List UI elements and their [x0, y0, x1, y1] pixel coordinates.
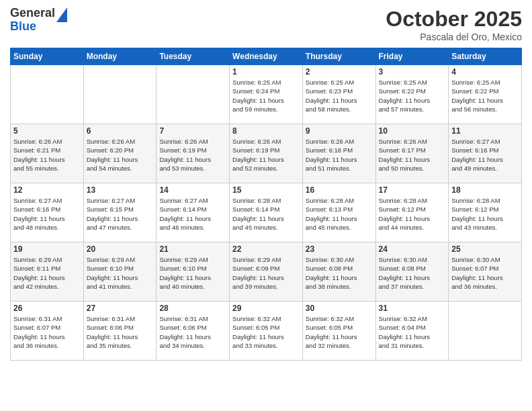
- day-number: 31: [379, 304, 446, 313]
- page: General Blue October 2025 Pascala del Or…: [0, 0, 532, 411]
- calendar-cell: 27Sunrise: 6:31 AM Sunset: 6:06 PM Dayli…: [83, 302, 157, 361]
- calendar-week-4: 19Sunrise: 6:29 AM Sunset: 6:11 PM Dayli…: [11, 242, 522, 302]
- calendar-cell: 8Sunrise: 6:26 AM Sunset: 6:19 PM Daylig…: [230, 124, 303, 183]
- calendar-cell: 11Sunrise: 6:27 AM Sunset: 6:16 PM Dayli…: [449, 124, 522, 183]
- calendar-cell: 24Sunrise: 6:30 AM Sunset: 6:08 PM Dayli…: [375, 242, 449, 302]
- day-number: 1: [232, 67, 300, 77]
- day-number: 7: [159, 126, 226, 136]
- calendar-cell: 14Sunrise: 6:27 AM Sunset: 6:14 PM Dayli…: [157, 183, 230, 242]
- calendar-cell: 25Sunrise: 6:30 AM Sunset: 6:07 PM Dayli…: [449, 242, 522, 302]
- day-info: Sunrise: 6:32 AM Sunset: 6:05 PM Dayligh…: [306, 314, 373, 350]
- day-info: Sunrise: 6:27 AM Sunset: 6:16 PM Dayligh…: [451, 137, 519, 173]
- day-info: Sunrise: 6:26 AM Sunset: 6:17 PM Dayligh…: [379, 137, 446, 173]
- day-number: 12: [13, 185, 81, 195]
- day-number: 14: [159, 185, 226, 195]
- day-info: Sunrise: 6:27 AM Sunset: 6:16 PM Dayligh…: [13, 196, 81, 232]
- calendar-cell: 17Sunrise: 6:28 AM Sunset: 6:12 PM Dayli…: [375, 183, 449, 242]
- day-number: 28: [159, 304, 226, 313]
- day-info: Sunrise: 6:28 AM Sunset: 6:13 PM Dayligh…: [306, 196, 373, 232]
- day-number: 9: [306, 126, 373, 136]
- day-info: Sunrise: 6:26 AM Sunset: 6:19 PM Dayligh…: [159, 137, 226, 173]
- day-info: Sunrise: 6:26 AM Sunset: 6:19 PM Dayligh…: [232, 137, 300, 173]
- day-info: Sunrise: 6:29 AM Sunset: 6:11 PM Dayligh…: [13, 255, 81, 291]
- calendar-cell: 22Sunrise: 6:29 AM Sunset: 6:09 PM Dayli…: [230, 242, 303, 302]
- day-number: 24: [379, 244, 446, 254]
- day-info: Sunrise: 6:31 AM Sunset: 6:07 PM Dayligh…: [13, 314, 81, 350]
- day-info: Sunrise: 6:29 AM Sunset: 6:10 PM Dayligh…: [87, 255, 154, 291]
- calendar-cell: 12Sunrise: 6:27 AM Sunset: 6:16 PM Dayli…: [11, 183, 84, 242]
- day-number: 16: [306, 185, 373, 195]
- calendar-cell: 13Sunrise: 6:27 AM Sunset: 6:15 PM Dayli…: [83, 183, 157, 242]
- calendar-cell: [449, 302, 522, 361]
- day-info: Sunrise: 6:32 AM Sunset: 6:04 PM Dayligh…: [379, 314, 446, 350]
- day-number: 30: [306, 304, 373, 313]
- day-number: 11: [451, 126, 519, 136]
- calendar-cell: 2Sunrise: 6:25 AM Sunset: 6:23 PM Daylig…: [302, 65, 375, 124]
- calendar-cell: [11, 65, 84, 124]
- calendar-cell: 16Sunrise: 6:28 AM Sunset: 6:13 PM Dayli…: [302, 183, 375, 242]
- calendar-cell: 31Sunrise: 6:32 AM Sunset: 6:04 PM Dayli…: [375, 302, 449, 361]
- day-info: Sunrise: 6:25 AM Sunset: 6:23 PM Dayligh…: [306, 78, 373, 113]
- location: Pascala del Oro, Mexico: [386, 32, 522, 42]
- calendar-cell: 3Sunrise: 6:25 AM Sunset: 6:22 PM Daylig…: [375, 65, 449, 124]
- day-info: Sunrise: 6:25 AM Sunset: 6:22 PM Dayligh…: [451, 78, 519, 113]
- day-number: 22: [232, 244, 300, 254]
- calendar-week-5: 26Sunrise: 6:31 AM Sunset: 6:07 PM Dayli…: [11, 302, 522, 361]
- calendar-cell: 4Sunrise: 6:25 AM Sunset: 6:22 PM Daylig…: [449, 65, 522, 124]
- calendar-cell: 15Sunrise: 6:28 AM Sunset: 6:14 PM Dayli…: [230, 183, 303, 242]
- day-info: Sunrise: 6:30 AM Sunset: 6:08 PM Dayligh…: [306, 255, 373, 291]
- weekday-header-friday: Friday: [375, 48, 449, 65]
- calendar-cell: 30Sunrise: 6:32 AM Sunset: 6:05 PM Dayli…: [302, 302, 375, 361]
- day-number: 19: [13, 244, 81, 254]
- day-info: Sunrise: 6:31 AM Sunset: 6:06 PM Dayligh…: [87, 314, 154, 350]
- day-info: Sunrise: 6:26 AM Sunset: 6:21 PM Dayligh…: [13, 137, 81, 173]
- day-number: 8: [232, 126, 300, 136]
- day-number: 20: [87, 244, 154, 254]
- calendar-cell: 23Sunrise: 6:30 AM Sunset: 6:08 PM Dayli…: [302, 242, 375, 302]
- calendar-cell: 28Sunrise: 6:31 AM Sunset: 6:06 PM Dayli…: [157, 302, 230, 361]
- weekday-header-saturday: Saturday: [449, 48, 522, 65]
- calendar-week-1: 1Sunrise: 6:25 AM Sunset: 6:24 PM Daylig…: [11, 65, 522, 124]
- calendar-cell: 10Sunrise: 6:26 AM Sunset: 6:17 PM Dayli…: [375, 124, 449, 183]
- day-number: 21: [159, 244, 226, 254]
- calendar-table: SundayMondayTuesdayWednesdayThursdayFrid…: [10, 48, 522, 361]
- day-number: 29: [232, 304, 300, 313]
- day-number: 15: [232, 185, 300, 195]
- calendar-cell: 29Sunrise: 6:32 AM Sunset: 6:05 PM Dayli…: [230, 302, 303, 361]
- day-info: Sunrise: 6:31 AM Sunset: 6:06 PM Dayligh…: [159, 314, 226, 350]
- day-number: 25: [451, 244, 519, 254]
- day-number: 23: [306, 244, 373, 254]
- day-number: 5: [13, 126, 81, 136]
- title-block: October 2025 Pascala del Oro, Mexico: [386, 7, 522, 42]
- day-number: 18: [451, 185, 519, 195]
- day-info: Sunrise: 6:26 AM Sunset: 6:18 PM Dayligh…: [306, 137, 373, 173]
- calendar-cell: [83, 65, 157, 124]
- day-info: Sunrise: 6:28 AM Sunset: 6:12 PM Dayligh…: [451, 196, 519, 232]
- month-title: October 2025: [386, 7, 522, 32]
- logo-icon: [56, 7, 67, 22]
- weekday-header-tuesday: Tuesday: [157, 48, 230, 65]
- calendar-cell: 20Sunrise: 6:29 AM Sunset: 6:10 PM Dayli…: [83, 242, 157, 302]
- logo-general-text: General: [10, 7, 55, 20]
- day-info: Sunrise: 6:32 AM Sunset: 6:05 PM Dayligh…: [232, 314, 300, 350]
- day-info: Sunrise: 6:29 AM Sunset: 6:10 PM Dayligh…: [159, 255, 226, 291]
- day-number: 10: [379, 126, 446, 136]
- svg-marker-0: [56, 7, 67, 22]
- calendar-cell: 21Sunrise: 6:29 AM Sunset: 6:10 PM Dayli…: [157, 242, 230, 302]
- calendar-week-2: 5Sunrise: 6:26 AM Sunset: 6:21 PM Daylig…: [11, 124, 522, 183]
- day-number: 26: [13, 304, 81, 313]
- calendar-cell: 6Sunrise: 6:26 AM Sunset: 6:20 PM Daylig…: [83, 124, 157, 183]
- calendar-week-3: 12Sunrise: 6:27 AM Sunset: 6:16 PM Dayli…: [11, 183, 522, 242]
- weekday-header-wednesday: Wednesday: [230, 48, 303, 65]
- day-info: Sunrise: 6:27 AM Sunset: 6:14 PM Dayligh…: [159, 196, 226, 232]
- calendar-cell: 26Sunrise: 6:31 AM Sunset: 6:07 PM Dayli…: [11, 302, 84, 361]
- day-number: 4: [451, 67, 519, 77]
- day-info: Sunrise: 6:28 AM Sunset: 6:12 PM Dayligh…: [379, 196, 446, 232]
- day-info: Sunrise: 6:27 AM Sunset: 6:15 PM Dayligh…: [87, 196, 154, 232]
- day-number: 13: [87, 185, 154, 195]
- logo-blue-text: Blue: [10, 20, 55, 34]
- weekday-header-sunday: Sunday: [11, 48, 84, 65]
- header: General Blue October 2025 Pascala del Or…: [10, 7, 522, 42]
- weekday-header-row: SundayMondayTuesdayWednesdayThursdayFrid…: [11, 48, 522, 65]
- day-info: Sunrise: 6:30 AM Sunset: 6:07 PM Dayligh…: [451, 255, 519, 291]
